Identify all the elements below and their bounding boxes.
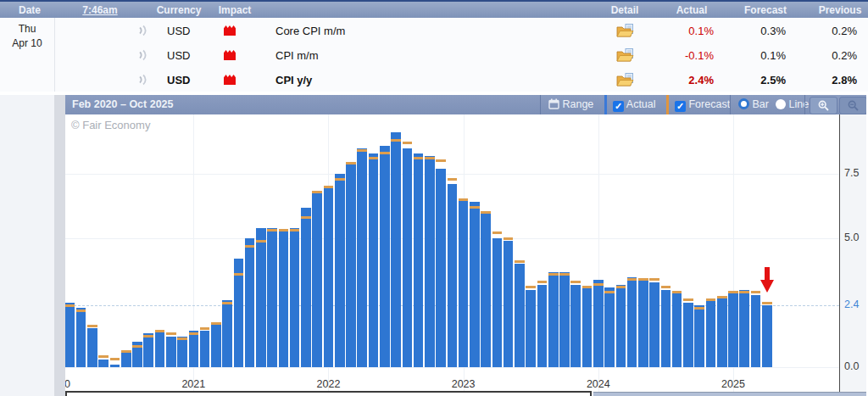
bar-actual — [87, 328, 97, 367]
bar-forecast — [301, 216, 311, 219]
calendar-header: Date 7:46am Currency Impact Detail Actua… — [0, 0, 868, 18]
detail-folder-icon[interactable] — [616, 73, 634, 86]
zoom-in-button[interactable] — [810, 97, 837, 114]
bar-radio-button[interactable] — [738, 98, 749, 109]
forecast-color-divider — [666, 95, 669, 114]
chart-titlebar: Feb 2020 – Oct 2025 Range ✓ Actual ✓ For… — [65, 95, 866, 114]
col-header-actual: Actual — [676, 4, 708, 16]
impact-icon-wrap[interactable] — [224, 50, 236, 60]
impact-icon — [224, 75, 236, 85]
bar-actual — [391, 132, 401, 367]
line-radio-button[interactable] — [776, 99, 786, 109]
detail-folder-icon[interactable] — [616, 24, 634, 37]
bar-actual — [459, 199, 469, 367]
bar-forecast — [256, 240, 266, 243]
bar-actual — [683, 303, 693, 367]
calendar-icon — [548, 98, 559, 110]
bar-actual — [189, 331, 199, 367]
bar-forecast — [762, 302, 772, 304]
broadcast-icon-wrap[interactable] — [136, 74, 148, 86]
actual-toggle[interactable]: ✓ Actual — [613, 98, 656, 112]
bar-forecast — [537, 281, 548, 283]
event-name[interactable]: CPI m/m — [275, 48, 319, 61]
bar-actual — [570, 285, 581, 367]
time-link[interactable]: 7:46am — [82, 4, 117, 16]
bar-forecast — [391, 139, 401, 142]
bar-actual — [661, 290, 671, 367]
bar-mode-radio[interactable]: Bar — [738, 98, 769, 110]
bar-forecast — [312, 191, 322, 193]
bar-actual — [324, 187, 334, 367]
bar-forecast — [548, 273, 559, 276]
detail-folder-icon[interactable] — [616, 48, 634, 62]
bar-actual — [448, 184, 458, 367]
actual-checkbox[interactable]: ✓ — [613, 101, 624, 112]
watermark: © Fair Economy — [71, 119, 150, 131]
broadcast-icon-wrap[interactable] — [136, 25, 148, 36]
y-axis-labels: 7.55.00.02.4 — [840, 114, 868, 392]
bar-actual — [504, 241, 514, 367]
date-weekday: Thu — [0, 23, 54, 35]
bar-forecast — [582, 286, 593, 288]
bar-forecast — [357, 149, 367, 152]
event-name[interactable]: Core CPI m/m — [275, 24, 345, 36]
range-slider-track[interactable] — [593, 392, 866, 396]
x-axis-year-label: 2021 — [181, 378, 205, 390]
bar-actual — [357, 148, 367, 367]
col-header-forecast: Forecast — [744, 4, 787, 16]
gridline-h — [65, 367, 839, 368]
bar-forecast — [143, 335, 153, 337]
detail-button[interactable] — [616, 73, 634, 86]
detail-button[interactable] — [616, 24, 634, 37]
event-name[interactable]: CPI y/y — [275, 73, 312, 86]
bar-actual — [425, 156, 435, 367]
forecast-toggle-label: Forecast — [688, 98, 730, 110]
col-header-impact: Impact — [219, 4, 252, 16]
forecast-checkbox[interactable]: ✓ — [675, 101, 686, 112]
impact-icon — [224, 25, 236, 36]
bar-forecast — [177, 337, 187, 340]
bar-forecast — [369, 157, 379, 159]
bar-forecast — [222, 302, 232, 304]
date-day: Apr 10 — [0, 37, 54, 49]
forecast-toggle[interactable]: ✓ Forecast — [675, 98, 730, 112]
previous-value: 0.2% — [787, 48, 857, 61]
actual-color-divider — [604, 95, 607, 114]
range-button[interactable]: Range — [548, 98, 593, 110]
detail-button[interactable] — [616, 48, 634, 62]
chart-left-gutter — [54, 95, 65, 396]
range-slider-window[interactable] — [65, 391, 592, 396]
impact-icon-wrap[interactable] — [224, 75, 236, 85]
broadcast-icon[interactable] — [136, 74, 148, 86]
bar-actual — [582, 287, 593, 367]
bar-forecast — [335, 178, 345, 181]
zoom-out-button[interactable] — [839, 97, 867, 114]
latest-release-arrow-icon — [760, 267, 774, 293]
bar-actual — [110, 365, 120, 367]
bar-forecast — [570, 281, 581, 283]
col-header-currency: Currency — [157, 4, 202, 16]
broadcast-icon[interactable] — [136, 25, 148, 36]
cpi-chart-plot[interactable]: © Fair Economy 202020212022202320242025 — [65, 114, 840, 392]
bar-forecast — [346, 162, 356, 165]
magnifier-minus-icon — [848, 100, 859, 111]
bar-forecast — [459, 198, 469, 201]
bar-forecast — [290, 229, 300, 231]
bar-actual — [436, 169, 446, 367]
bar-actual — [279, 231, 289, 367]
bar-actual — [762, 305, 772, 367]
bar-actual — [211, 323, 221, 367]
titlebar-divider — [540, 95, 541, 114]
impact-icon-wrap[interactable] — [224, 25, 236, 36]
bar-actual — [245, 238, 255, 367]
bar-actual — [672, 293, 682, 367]
bar-actual — [177, 337, 187, 367]
bar-forecast — [728, 291, 738, 293]
bar-actual — [76, 308, 86, 367]
calendar-rows: Thu Apr 10 USDCore CPI m/m0.1%0.3%0.2%US… — [0, 18, 868, 92]
bar-actual — [290, 228, 300, 367]
forecast-value: 2.5% — [716, 73, 786, 86]
broadcast-icon-wrap[interactable] — [136, 49, 148, 61]
bar-forecast — [627, 278, 637, 281]
broadcast-icon[interactable] — [136, 49, 148, 61]
